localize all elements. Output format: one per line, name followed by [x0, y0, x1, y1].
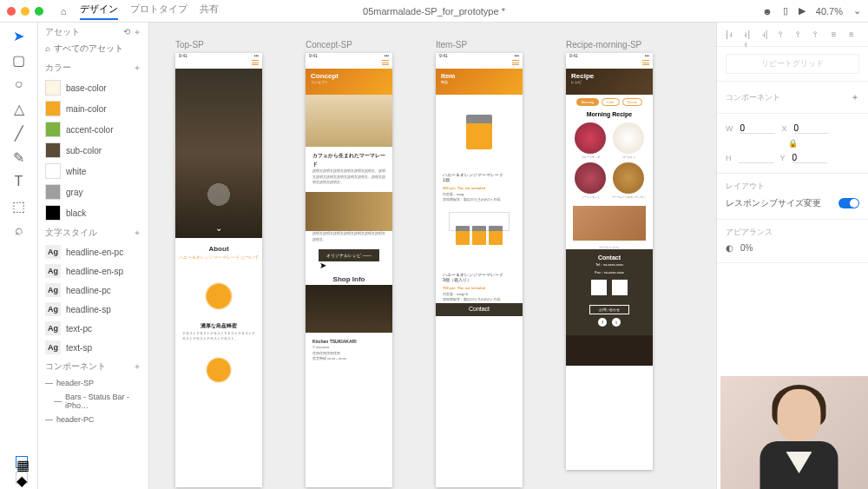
- chevron-down-icon[interactable]: ⌄: [853, 5, 861, 17]
- recipe-link-button: オリジナルレシピ ——: [319, 249, 379, 261]
- text-style[interactable]: Agheadline-en-sp: [38, 261, 148, 281]
- zoom-level[interactable]: 40.7%: [816, 6, 843, 17]
- cursor-icon: ➤: [319, 261, 326, 270]
- text-tool[interactable]: T: [11, 174, 27, 189]
- text-style[interactable]: Agheadline-en-pc: [38, 242, 148, 261]
- add-color-icon[interactable]: ＋: [133, 62, 141, 74]
- contact-button: お問い合わせ: [589, 305, 629, 314]
- responsive-label: レスポンシブサイズ変更: [726, 197, 821, 209]
- align-center-h-icon[interactable]: ⫞|⫞: [743, 30, 753, 40]
- jar-image: [436, 95, 523, 169]
- add-icon[interactable]: ＋: [133, 27, 141, 36]
- pen-tool[interactable]: ✎: [11, 149, 27, 165]
- close-window[interactable]: [7, 7, 16, 16]
- opacity-value[interactable]: 0%: [740, 243, 753, 253]
- align-top-icon[interactable]: ⫯: [779, 30, 789, 40]
- y-input[interactable]: [792, 153, 827, 163]
- artboard-recipe-sp[interactable]: Recipe-morning-SP 9:41••• Recipeレシピ Morn…: [566, 40, 653, 487]
- color-swatch[interactable]: accent-color: [38, 119, 148, 140]
- asset-search-input[interactable]: [54, 43, 149, 53]
- layer-picker: ▦ ◆: [16, 456, 28, 484]
- play-icon[interactable]: ▶: [799, 5, 806, 17]
- text-style[interactable]: Agheadline-sp: [38, 300, 148, 319]
- facebook-icon: f: [598, 318, 607, 327]
- link-icon[interactable]: ⟲: [123, 27, 130, 36]
- align-left-icon[interactable]: |⫞: [726, 30, 736, 40]
- add-text-style-icon[interactable]: ＋: [133, 227, 141, 239]
- x-input[interactable]: [794, 123, 829, 134]
- orange-image: [188, 348, 249, 392]
- assets-title: アセット: [45, 26, 80, 38]
- component-item[interactable]: — header-SP: [38, 376, 148, 390]
- height-input[interactable]: [739, 153, 773, 163]
- tool-rail: ➤ ▢ ○ △ ╱ ✎ T ⬚ ⌕: [0, 23, 38, 489]
- ellipse-tool[interactable]: ○: [11, 76, 27, 92]
- tab-prototype[interactable]: プロトタイプ: [130, 3, 187, 20]
- add-component-icon[interactable]: ＋: [133, 360, 141, 373]
- add-icon[interactable]: ＋: [851, 91, 859, 103]
- hamburger-icon: [252, 60, 259, 65]
- tab-design[interactable]: デザイン: [80, 3, 118, 20]
- align-middle-icon[interactable]: ⫯: [796, 30, 806, 40]
- minimize-window[interactable]: [21, 7, 30, 16]
- rectangle-tool[interactable]: ▢: [11, 52, 27, 68]
- qr-code: [612, 280, 628, 295]
- align-bottom-icon[interactable]: ⫯: [813, 30, 824, 40]
- zoom-tool[interactable]: ⌕: [11, 222, 27, 238]
- jars-box-image: [436, 203, 523, 268]
- document-title: 05marmalade-SP_for_prototype *: [363, 6, 505, 17]
- repeat-grid-button[interactable]: リピートグリッド: [726, 54, 859, 74]
- window-traffic-lights: [7, 7, 43, 16]
- layers-panel-toggle[interactable]: ◆: [16, 472, 28, 484]
- tab-share[interactable]: 共有: [200, 3, 219, 20]
- mode-tabs: デザイン プロトタイプ 共有: [80, 3, 219, 20]
- home-icon[interactable]: ⌂: [56, 3, 71, 19]
- honey-image: [184, 265, 253, 317]
- twitter-icon: t: [612, 318, 621, 327]
- color-swatch[interactable]: black: [38, 202, 148, 223]
- polygon-tool[interactable]: △: [11, 101, 27, 116]
- qr-code: [591, 280, 607, 295]
- user-icon[interactable]: ☻: [762, 6, 773, 17]
- tea-image: [306, 192, 392, 231]
- artboard-item-sp[interactable]: Item-SP 9:41••• Item商品 ハニー＆オレンジマーマレード1個 …: [436, 40, 523, 487]
- align-tools: |⫞ ⫞|⫞ ⫞| ⫯ ⫯ ⫯ ≡ ≡: [717, 23, 868, 47]
- text-style[interactable]: Agtext-pc: [38, 319, 148, 338]
- food-image: [306, 95, 392, 147]
- artboard-concept-sp[interactable]: Concept-SP 9:41••• Conceptコンセプト カフェから生まれ…: [306, 40, 392, 487]
- align-right-icon[interactable]: ⫞|: [761, 30, 772, 40]
- color-swatch[interactable]: gray: [38, 182, 148, 202]
- line-tool[interactable]: ╱: [11, 125, 27, 141]
- text-style[interactable]: Agtext-sp: [38, 338, 148, 357]
- colors-section: カラー: [45, 62, 71, 74]
- filter-pill: Dinner: [622, 98, 643, 106]
- component-item[interactable]: — Bars - Status Bar - iPho…: [38, 390, 148, 413]
- design-canvas[interactable]: ➤ Top-SP 9:41••• ⌄ About ハニー＆オレンジマーマレード …: [149, 23, 716, 489]
- distribute-h-icon[interactable]: ≡: [832, 30, 842, 40]
- color-swatch[interactable]: sub-color: [38, 140, 148, 161]
- assets-panel-toggle[interactable]: ▦: [16, 456, 28, 468]
- color-swatch[interactable]: main-color: [38, 98, 148, 119]
- hamburger-icon: [382, 60, 389, 65]
- hamburger-icon: [512, 60, 519, 65]
- chevron-down-icon: ⌄: [215, 223, 222, 233]
- components-section: コンポーネント: [45, 360, 106, 373]
- lock-icon[interactable]: 🔒: [788, 139, 798, 148]
- component-item[interactable]: — header-PC: [38, 413, 148, 426]
- responsive-toggle[interactable]: [838, 198, 859, 208]
- device-preview-icon[interactable]: ▯: [783, 5, 788, 17]
- text-style[interactable]: Agheadline-pc: [38, 281, 148, 300]
- hamburger-icon: [642, 60, 649, 65]
- panel-actions: ⟲ ＋: [123, 26, 141, 38]
- presenter-webcam: [720, 376, 868, 489]
- color-swatch[interactable]: base-color: [38, 77, 148, 98]
- width-input[interactable]: [740, 123, 775, 134]
- distribute-v-icon[interactable]: ≡: [849, 30, 859, 40]
- artboard-top-sp[interactable]: Top-SP 9:41••• ⌄ About ハニー＆オレンジマーマレード につ…: [175, 40, 262, 487]
- filter-pill: Morning: [576, 98, 599, 106]
- select-tool[interactable]: ➤: [11, 28, 27, 43]
- filter-pill: Cafe: [602, 98, 619, 106]
- color-swatch[interactable]: white: [38, 161, 148, 182]
- artboard-tool[interactable]: ⬚: [11, 198, 27, 214]
- maximize-window[interactable]: [35, 7, 43, 16]
